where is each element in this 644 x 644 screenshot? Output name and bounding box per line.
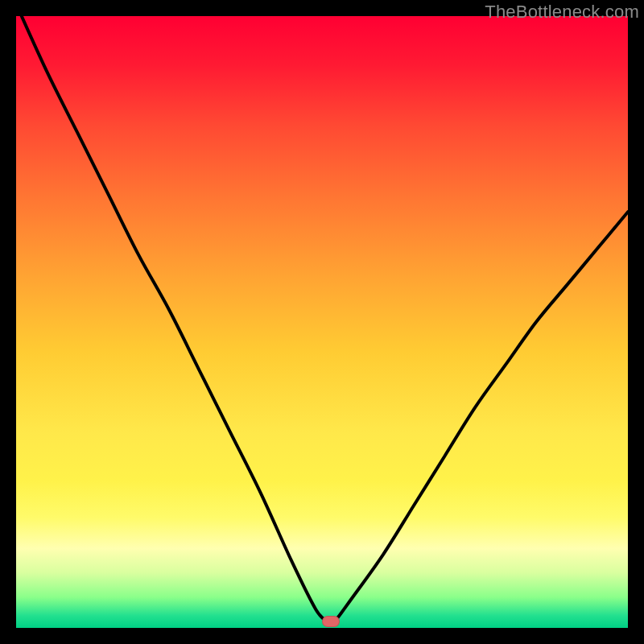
plot-area [16,16,628,628]
chart-frame: TheBottleneck.com [0,0,644,644]
bottleneck-curve [16,16,628,624]
watermark-text: TheBottleneck.com [485,2,639,23]
minimum-marker [322,616,340,627]
curve-svg [16,16,628,628]
